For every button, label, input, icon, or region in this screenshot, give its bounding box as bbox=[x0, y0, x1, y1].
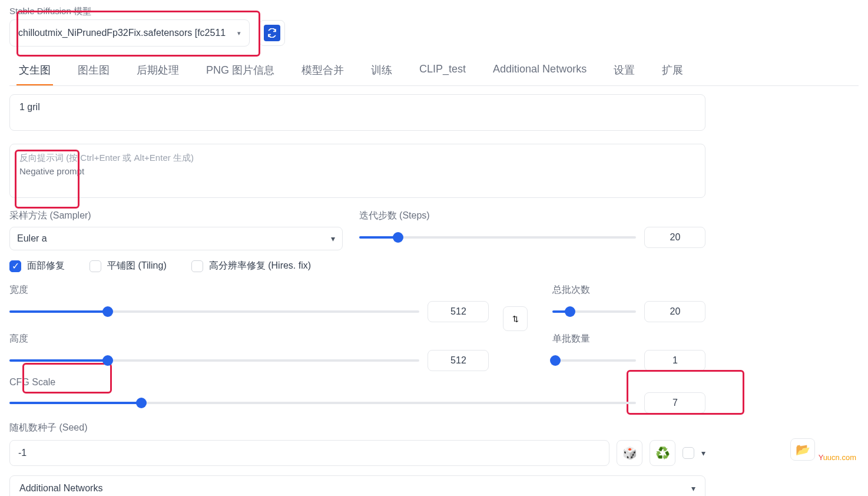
seed-label: 随机数种子 (Seed) bbox=[9, 422, 705, 434]
tab-3[interactable]: PNG 图片信息 bbox=[204, 57, 277, 85]
tab-9[interactable]: 扩展 bbox=[660, 57, 685, 85]
extra-seed-checkbox[interactable] bbox=[683, 447, 694, 459]
reuse-seed-button[interactable]: ♻️ bbox=[650, 440, 675, 466]
width-label: 宽度 bbox=[9, 284, 489, 296]
tab-1[interactable]: 图生图 bbox=[75, 57, 112, 85]
cfg-label: CFG Scale bbox=[9, 377, 705, 388]
refresh-icon bbox=[264, 25, 280, 41]
sampler-select[interactable]: Euler a bbox=[9, 227, 343, 250]
height-slider[interactable] bbox=[9, 355, 419, 366]
face-restore-checkbox[interactable]: ✓ 面部修复 bbox=[9, 260, 65, 272]
batch-size-input[interactable] bbox=[644, 350, 705, 371]
sampler-label: 采样方法 (Sampler) bbox=[9, 210, 343, 222]
batch-count-input[interactable] bbox=[644, 301, 705, 322]
batch-count-label: 总批次数 bbox=[552, 284, 705, 296]
tab-6[interactable]: CLIP_test bbox=[417, 57, 468, 85]
additional-networks-accordion[interactable]: Additional Networks bbox=[9, 475, 705, 496]
check-icon: ✓ bbox=[9, 260, 21, 272]
open-folder-button[interactable]: 📂 bbox=[790, 438, 815, 461]
negative-prompt-input[interactable]: 反向提示词 (按 Ctrl+Enter 或 Alt+Enter 生成) Nega… bbox=[9, 144, 705, 198]
refresh-model-button[interactable] bbox=[259, 20, 285, 46]
height-label: 高度 bbox=[9, 333, 489, 345]
tab-7[interactable]: Additional Networks bbox=[491, 57, 589, 85]
batch-size-slider[interactable] bbox=[552, 355, 636, 366]
height-input[interactable] bbox=[428, 350, 489, 371]
width-input[interactable] bbox=[428, 301, 489, 322]
cfg-input[interactable] bbox=[644, 392, 705, 414]
random-seed-button[interactable]: 🎲 bbox=[617, 440, 642, 466]
hires-fix-checkbox[interactable]: 高分辨率修复 (Hires. fix) bbox=[191, 260, 311, 272]
tiling-checkbox[interactable]: 平铺图 (Tiling) bbox=[90, 260, 167, 272]
steps-input[interactable] bbox=[644, 227, 705, 248]
chevron-down-icon[interactable] bbox=[701, 448, 705, 458]
main-tabs: 文生图图生图后期处理PNG 图片信息模型合并训练CLIP_testAdditio… bbox=[9, 57, 859, 86]
model-select[interactable]: chilloutmix_NiPrunedFp32Fix.safetensors … bbox=[9, 19, 250, 47]
recycle-icon: ♻️ bbox=[655, 446, 670, 460]
steps-slider[interactable] bbox=[359, 232, 637, 243]
tab-0[interactable]: 文生图 bbox=[16, 57, 53, 85]
dice-icon: 🎲 bbox=[622, 446, 637, 460]
batch-count-slider[interactable] bbox=[552, 306, 636, 318]
tab-4[interactable]: 模型合并 bbox=[299, 57, 346, 85]
watermark: Yuucn.com bbox=[819, 453, 856, 462]
seed-input[interactable] bbox=[9, 440, 609, 466]
steps-label: 迭代步数 (Steps) bbox=[359, 210, 706, 222]
folder-icon: 📂 bbox=[796, 442, 810, 457]
width-slider[interactable] bbox=[9, 306, 419, 318]
prompt-input[interactable] bbox=[9, 94, 705, 131]
chevron-down-icon bbox=[691, 483, 695, 494]
tab-5[interactable]: 训练 bbox=[369, 57, 395, 85]
tab-8[interactable]: 设置 bbox=[611, 57, 637, 85]
batch-size-label: 单批数量 bbox=[552, 333, 705, 345]
cfg-slider[interactable] bbox=[9, 397, 636, 409]
swap-dimensions-button[interactable]: ⇅ bbox=[503, 306, 528, 331]
chevron-down-icon: ▾ bbox=[237, 29, 241, 37]
tab-2[interactable]: 后期处理 bbox=[134, 57, 181, 85]
model-label: Stable Diffusion 模型 bbox=[9, 6, 859, 17]
swap-icon: ⇅ bbox=[512, 315, 519, 323]
chevron-down-icon bbox=[331, 233, 335, 244]
